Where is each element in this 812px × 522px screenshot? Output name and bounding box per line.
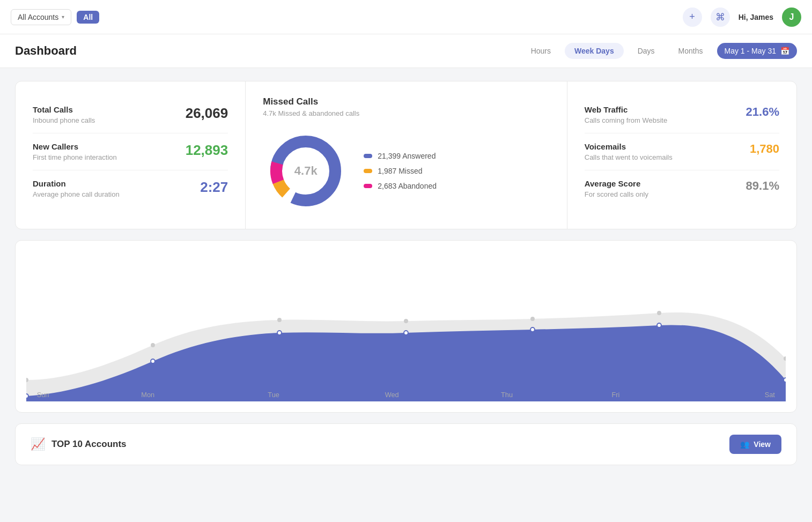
avatar[interactable]: J bbox=[782, 8, 801, 27]
point-fri-gray bbox=[657, 311, 661, 315]
duration-sub: Average phone call duration bbox=[33, 190, 120, 198]
answered-dot bbox=[364, 154, 372, 158]
plus-icon: + bbox=[689, 11, 695, 23]
header-right: + ⌘ Hi, James J bbox=[683, 8, 801, 27]
title-bar: Dashboard Hours Week Days Days Months Ma… bbox=[0, 34, 812, 68]
point-sun-blue bbox=[26, 394, 28, 398]
point-mon-gray bbox=[151, 343, 155, 347]
accounts-chart-icon: 📈 bbox=[31, 437, 45, 451]
point-wed-blue bbox=[404, 331, 408, 335]
top-accounts-title: TOP 10 Accounts bbox=[51, 439, 127, 450]
total-calls-value: 26,069 bbox=[186, 105, 228, 122]
voicemails-value: 1,780 bbox=[750, 142, 779, 156]
day-mon: Mon bbox=[141, 391, 154, 399]
voicemails-stat: Voicemails Calls that went to voicemails… bbox=[585, 133, 779, 170]
point-fri-blue bbox=[657, 323, 661, 327]
tab-days[interactable]: Days bbox=[628, 43, 665, 59]
day-fri: Fri bbox=[612, 391, 620, 399]
legend-missed: 1,987 Missed bbox=[364, 167, 437, 175]
donut-center-value: 4.7k bbox=[294, 164, 318, 178]
add-button[interactable]: + bbox=[683, 8, 702, 27]
tab-months[interactable]: Months bbox=[669, 43, 713, 59]
avg-score-stat: Average Score For scored calls only 89.1… bbox=[585, 170, 779, 207]
date-range-label: May 1 - May 31 bbox=[725, 47, 776, 55]
total-calls-stat: Total Calls Inbound phone calls 26,069 bbox=[33, 96, 228, 133]
abandoned-label: 2,683 Abandoned bbox=[378, 182, 437, 190]
point-wed-gray bbox=[404, 319, 408, 323]
chevron-down-icon: ▾ bbox=[62, 14, 64, 20]
main-content: Total Calls Inbound phone calls 26,069 N… bbox=[0, 68, 812, 478]
new-callers-stat: New Callers First time phone interaction… bbox=[33, 133, 228, 170]
calendar-icon: 📅 bbox=[780, 47, 789, 55]
header: All Accounts ▾ All + ⌘ Hi, James J bbox=[0, 0, 812, 34]
voicemails-label: Voicemails bbox=[585, 142, 673, 151]
web-traffic-label: Web Traffic bbox=[585, 105, 667, 114]
duration-value: 2:27 bbox=[200, 179, 228, 196]
donut-chart: 4.7k bbox=[263, 128, 349, 214]
day-sat: Sat bbox=[765, 391, 776, 399]
all-badge[interactable]: All bbox=[77, 11, 99, 24]
day-tue: Tue bbox=[268, 391, 279, 399]
duration-label: Duration bbox=[33, 179, 120, 188]
day-wed: Wed bbox=[385, 391, 399, 399]
greeting: Hi, James bbox=[739, 13, 773, 21]
accounts-dropdown[interactable]: All Accounts ▾ bbox=[11, 9, 71, 25]
stats-row: Total Calls Inbound phone calls 26,069 N… bbox=[15, 81, 797, 229]
point-thu-gray bbox=[530, 317, 535, 321]
time-filters: Hours Week Days Days Months May 1 - May … bbox=[521, 43, 797, 59]
abandoned-dot bbox=[364, 184, 372, 188]
page-title: Dashboard bbox=[15, 44, 77, 58]
header-left: All Accounts ▾ All bbox=[11, 9, 99, 25]
date-range-button[interactable]: May 1 - May 31 📅 bbox=[717, 43, 797, 59]
cmd-icon: ⌘ bbox=[715, 11, 725, 23]
view-button[interactable]: 👥 View bbox=[729, 435, 781, 454]
missed-calls-panel: Missed Calls 4.7k Missed & abandoned cal… bbox=[245, 81, 567, 229]
chart-card: Sun Mon Tue Wed Thu Fri Sat bbox=[15, 240, 797, 413]
duration-stat: Duration Average phone call duration 2:2… bbox=[33, 170, 228, 207]
bottom-card: 📈 TOP 10 Accounts 👥 View bbox=[15, 423, 797, 465]
command-button[interactable]: ⌘ bbox=[711, 8, 730, 27]
new-callers-value: 12,893 bbox=[186, 142, 228, 159]
view-icon: 👥 bbox=[740, 440, 749, 449]
day-sun: Sun bbox=[37, 391, 49, 399]
tab-weekdays[interactable]: Week Days bbox=[565, 43, 624, 59]
new-callers-label: New Callers bbox=[33, 142, 117, 151]
missed-calls-sub: 4.7k Missed & abandoned calls bbox=[263, 109, 550, 117]
web-traffic-sub: Calls coming from Website bbox=[585, 116, 667, 124]
area-chart: Sun Mon Tue Wed Thu Fri Sat bbox=[26, 251, 786, 401]
legend-answered: 21,399 Answered bbox=[364, 152, 437, 160]
new-callers-sub: First time phone interaction bbox=[33, 153, 117, 161]
donut-legend: 21,399 Answered 1,987 Missed 2,683 Aband… bbox=[364, 152, 437, 190]
point-tue-blue bbox=[277, 331, 282, 335]
donut-section: 4.7k 21,399 Answered 1,987 Missed 2,683 … bbox=[263, 128, 550, 214]
total-calls-sub: Inbound phone calls bbox=[33, 116, 95, 124]
bottom-left: 📈 TOP 10 Accounts bbox=[31, 437, 127, 451]
point-sat-blue bbox=[784, 378, 786, 382]
avg-score-value: 89.1% bbox=[746, 179, 779, 193]
day-thu: Thu bbox=[501, 391, 513, 399]
point-tue-gray bbox=[277, 318, 282, 322]
avg-score-sub: For scored calls only bbox=[585, 190, 648, 198]
stats-left-panel: Total Calls Inbound phone calls 26,069 N… bbox=[16, 81, 245, 229]
web-traffic-stat: Web Traffic Calls coming from Website 21… bbox=[585, 96, 779, 133]
avg-score-label: Average Score bbox=[585, 179, 648, 188]
accounts-label: All Accounts bbox=[18, 13, 58, 21]
stats-right-panel: Web Traffic Calls coming from Website 21… bbox=[567, 81, 796, 229]
voicemails-sub: Calls that went to voicemails bbox=[585, 153, 673, 161]
point-mon-blue bbox=[151, 359, 155, 363]
point-thu-blue bbox=[530, 327, 535, 332]
missed-calls-title: Missed Calls bbox=[263, 96, 550, 107]
missed-label: 1,987 Missed bbox=[378, 167, 422, 175]
total-calls-label: Total Calls bbox=[33, 105, 95, 114]
legend-abandoned: 2,683 Abandoned bbox=[364, 182, 437, 190]
tab-hours[interactable]: Hours bbox=[521, 43, 560, 59]
answered-label: 21,399 Answered bbox=[378, 152, 435, 160]
chart-container: Sun Mon Tue Wed Thu Fri Sat bbox=[26, 251, 786, 404]
view-label: View bbox=[754, 440, 771, 449]
web-traffic-value: 21.6% bbox=[746, 105, 779, 119]
missed-dot bbox=[364, 169, 372, 173]
